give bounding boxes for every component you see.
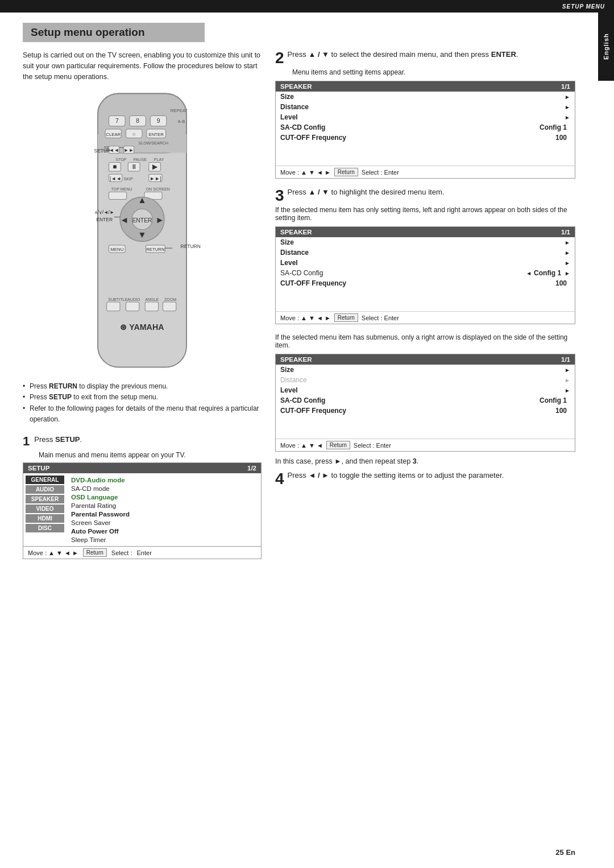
sidebar-speaker[interactable]: SPEAKER	[26, 495, 64, 503]
speaker-label-sacd-3: SA-CD Config	[280, 396, 540, 404]
step-2-number: 2	[275, 50, 284, 66]
svg-text:◄: ◄	[120, 215, 128, 225]
footer-move-text: Move : ▲ ▼ ◄ ►	[28, 549, 78, 556]
speaker-label-distance-3: Distance	[280, 376, 565, 384]
bullet-item: Refer to the following pages for details…	[23, 403, 262, 425]
sidebar-hdmi[interactable]: HDMI	[26, 514, 64, 523]
menu-item-screen-saver: Screen Saver	[71, 518, 256, 527]
step-3-description: If the selected menu item has only setti…	[275, 206, 575, 222]
speaker-row-distance-3: Distance ►	[276, 375, 575, 385]
speaker-label-size-2: Size	[280, 238, 565, 246]
step-1: 1 Press SETUP. Main menus and menu items…	[23, 434, 262, 559]
speaker-row-size-1: Size ►	[276, 92, 575, 102]
speaker-menu-1: SPEAKER 1/1 Size ► Distance ► Level ►	[275, 81, 575, 179]
speaker-return-btn-3[interactable]: Return	[326, 441, 350, 449]
menu-item-parental-rating: Parental Rating	[71, 501, 256, 510]
svg-text:⏸: ⏸	[131, 163, 138, 170]
menu-item-sleep-timer: Sleep Timer	[71, 535, 256, 544]
return-button[interactable]: Return	[83, 548, 107, 557]
sidebar-video[interactable]: VIDEO	[26, 505, 64, 513]
step-3-text: Press ▲ / ▼ to highlight the desired men…	[288, 188, 445, 196]
sidebar-disc[interactable]: DISC	[26, 524, 64, 532]
svg-text:RETURN: RETURN	[181, 243, 201, 249]
svg-text:SKIP: SKIP	[124, 177, 133, 181]
speaker-label-sacd-2: SA-CD Config	[280, 269, 526, 277]
speaker-label-cutoff-3: CUT-OFF Frequency	[280, 407, 555, 415]
sidebar-general[interactable]: GENERAL	[26, 476, 64, 484]
right-column: 2 Press ▲ / ▼ to select the desired main…	[275, 50, 575, 569]
svg-text:SLOW/SEARCH: SLOW/SEARCH	[139, 141, 169, 146]
speaker-arrow-distance-2: ►	[565, 250, 570, 256]
setup-menu-items: DVD-Audio mode SA-CD mode OSD Language P…	[67, 473, 261, 546]
speaker-arrow-size-3: ►	[565, 367, 570, 373]
svg-text:▶: ▶	[152, 163, 158, 170]
speaker-footer-3: Move : ▲ ▼ ◄ Return Select : Enter	[276, 439, 575, 451]
speaker-header-1: SPEAKER 1/1	[276, 81, 575, 92]
speaker-arrow-distance-1: ►	[565, 104, 570, 110]
speaker-left-arrow-sacd-2: ◄	[526, 270, 532, 276]
svg-text:STOP: STOP	[115, 158, 127, 162]
svg-text:9: 9	[157, 118, 160, 125]
speaker-right-arrow-sacd-2: ►	[565, 270, 570, 276]
svg-text:CLEAR: CLEAR	[106, 132, 121, 137]
top-bar: SETUP MENU	[0, 0, 614, 13]
svg-text:⊛ YAMAHA: ⊛ YAMAHA	[120, 323, 164, 332]
speaker-footer-move-1: Move : ▲ ▼ ◄ ►	[280, 169, 331, 176]
speaker-row-sacd-3: SA-CD Config Config 1	[276, 395, 575, 406]
svg-rect-64	[107, 302, 120, 311]
speaker-label-size-1: Size	[280, 93, 565, 101]
setup-sidebar: GENERAL AUDIO SPEAKER VIDEO HDMI DISC	[23, 473, 67, 546]
bullet-item: Press SETUP to exit from the setup menu.	[23, 392, 262, 403]
bullet-item: Press RETURN to display the previous men…	[23, 381, 262, 392]
speaker-arrow-size-1: ►	[565, 94, 570, 100]
page-number: 25 En	[555, 848, 575, 857]
svg-text:■: ■	[113, 163, 117, 170]
svg-text:►: ►	[155, 215, 164, 225]
speaker-row-cutoff-3: CUT-OFF Frequency 100	[276, 406, 575, 416]
step-1-sub: Main menus and menu items appear on your…	[39, 451, 262, 459]
step-4-text: Press ◄ / ► to toggle the setting items …	[288, 471, 504, 480]
setup-menu-box: SETUP 1/2 GENERAL AUDIO SPEAKER VIDEO HD…	[23, 462, 262, 559]
svg-text:SETUP: SETUP	[94, 148, 111, 154]
footer-enter: Enter	[137, 549, 152, 556]
speaker-footer-move-3: Move : ▲ ▼ ◄	[280, 442, 323, 449]
speaker-return-btn-2[interactable]: Return	[334, 313, 358, 322]
menu-item-auto-power: Auto Power Off	[71, 527, 256, 535]
speaker-header-left-1: SPEAKER	[280, 83, 312, 90]
speaker-return-btn-1[interactable]: Return	[334, 168, 358, 176]
step-3-number: 3	[275, 188, 284, 204]
speaker-value-cutoff-1: 100	[555, 134, 567, 142]
speaker-label-distance-1: Distance	[280, 103, 565, 111]
sidebar-audio[interactable]: AUDIO	[26, 485, 64, 494]
speaker-label-sacd-1: SA-CD Config	[280, 123, 540, 131]
svg-text:▲: ▲	[138, 195, 146, 205]
speaker-value-cutoff-3: 100	[555, 407, 567, 415]
main-content: Setup menu operation Setup is carried ou…	[0, 13, 614, 586]
intro-text: Setup is carried out on the TV screen, e…	[23, 50, 262, 82]
svg-text:∧/∨/◄/►: ∧/∨/◄/►	[94, 210, 115, 216]
speaker-header-right-3: 1/1	[561, 356, 570, 363]
setup-box-header: SETUP 1/2	[23, 463, 261, 473]
speaker-footer-1: Move : ▲ ▼ ◄ ► Return Select : Enter	[276, 166, 575, 178]
header-label: SETUP MENU	[562, 3, 605, 10]
speaker-row-distance-1: Distance ►	[276, 102, 575, 112]
speaker-value-cutoff-2: 100	[555, 279, 567, 287]
speaker-footer-move-2: Move : ▲ ▼ ◄ ►	[280, 315, 331, 321]
speaker-row-size-3: Size ►	[276, 365, 575, 375]
svg-text:►►|: ►►|	[150, 176, 161, 181]
english-tab: English	[598, 13, 614, 81]
bullet-list: Press RETURN to display the previous men…	[23, 381, 262, 425]
speaker-menu-3: SPEAKER 1/1 Size ► Distance ► Level ► SA…	[275, 354, 575, 452]
speaker-value-sacd-2: Config 1	[534, 269, 561, 277]
speaker-row-size-2: Size ►	[276, 237, 575, 247]
svg-text:PAUSE: PAUSE	[133, 158, 147, 162]
svg-rect-65	[126, 302, 139, 311]
svg-text:►►: ►►	[124, 147, 134, 153]
setup-header-left: SETUP	[28, 465, 49, 472]
speaker-label-level-2: Level	[280, 259, 565, 267]
speaker-arrow-level-3: ►	[565, 387, 570, 394]
speaker-row-distance-2: Distance ►	[276, 247, 575, 258]
speaker-header-right-1: 1/1	[561, 83, 570, 90]
speaker-row-cutoff-2: CUT-OFF Frequency 100	[276, 278, 575, 288]
speaker-row-cutoff-1: CUT-OFF Frequency 100	[276, 133, 575, 143]
